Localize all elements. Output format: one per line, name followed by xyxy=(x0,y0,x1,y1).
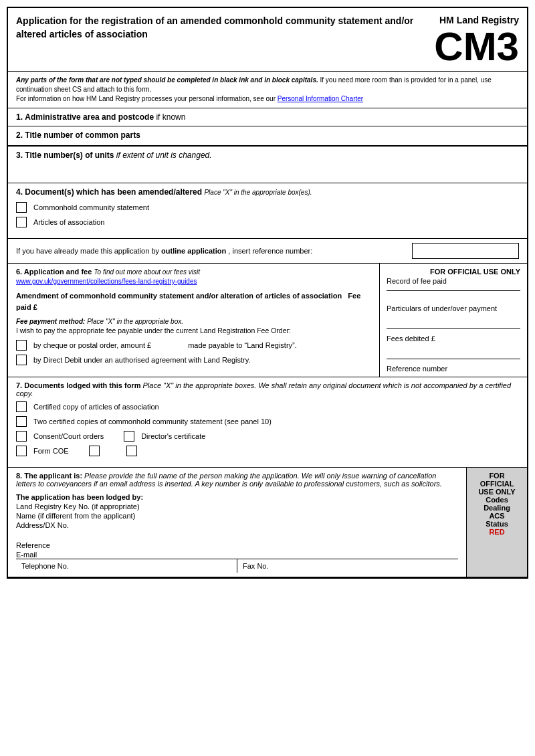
sec6-divider-3 xyxy=(387,359,520,359)
sec6-label: Application and fee xyxy=(24,268,92,276)
sec7-row-4: Form COE xyxy=(16,446,519,460)
header-right: HM Land Registry CM3 xyxy=(434,15,519,67)
sec8-field-2-label: Name (if different from the applicant) xyxy=(16,512,135,520)
sec1-suffix: if known xyxy=(154,112,185,122)
sec7-option-4: Director's certificate xyxy=(141,432,205,440)
sec4-checkbox-2[interactable] xyxy=(16,217,27,227)
sec7-checkbox-7[interactable] xyxy=(126,446,137,456)
sec4-num: 4. xyxy=(16,187,23,197)
sec8-title-bold: 8. xyxy=(16,472,22,480)
sec4-label: Document(s) which has been amended/alter… xyxy=(25,187,202,197)
form-header: Application for the registration of an a… xyxy=(8,8,527,72)
sec8-bottom-row: Telephone No. Fax No. xyxy=(16,559,458,573)
sec7-option-3-row: Consent/Court orders xyxy=(16,431,104,442)
instruction-bold: Any parts of the form that are not typed… xyxy=(16,76,318,84)
sec6-fee-desc: I wish to pay the appropriate fee payabl… xyxy=(16,326,371,335)
sec8-field-2: Name (if different from the applicant) xyxy=(16,512,458,520)
sec4-option-1-row: Commonhold community statement xyxy=(16,202,519,213)
sec4-checkbox-1[interactable] xyxy=(16,202,27,213)
sec6-official-header: FOR OFFICIAL USE ONLY xyxy=(387,268,520,276)
sec8-field-6-label: E-mail xyxy=(16,551,37,559)
form-page: Application for the registration of an a… xyxy=(7,7,528,579)
section-3: 3. Title number(s) of units if extent of… xyxy=(8,147,527,183)
form-title-block: Application for the registration of an a… xyxy=(16,15,434,41)
sec8-field-1: Land Registry Key No. (if appropriate) xyxy=(16,502,458,510)
sec7-checkbox-2[interactable] xyxy=(16,416,27,427)
sec2-num: 2. xyxy=(16,130,23,140)
sec7-option-7-row xyxy=(126,446,144,456)
sec8-left: 8. The applicant is: Please provide the … xyxy=(8,468,467,577)
sec6-fee-link[interactable]: www.gov.uk/government/collections/fees-l… xyxy=(16,278,197,285)
sec8-title: 8. The applicant is: Please provide the … xyxy=(16,472,458,488)
sec6-fee-method-instruction: Place "X" in the appropriate box. xyxy=(87,318,183,325)
sec6-dd-checkbox[interactable] xyxy=(16,355,27,365)
form-instructions: Any parts of the form that are not typed… xyxy=(8,72,527,108)
sec8-official-box: FOR OFFICIAL USE ONLY Codes Dealing ACS … xyxy=(467,468,527,577)
sec6-official-header-text: FOR OFFICIAL USE ONLY xyxy=(430,268,520,276)
sec6-cheque-label: by cheque or postal order, amount £ made… xyxy=(33,341,297,349)
sec8-field-6: E-mail xyxy=(16,551,458,559)
sec7-checkbox-6[interactable] xyxy=(89,446,100,456)
sec8-field-5: Reference xyxy=(16,541,458,549)
sec7-option-1-row: Certified copy of articles of associatio… xyxy=(16,401,519,412)
sec8-official: OFFICIAL xyxy=(472,480,522,488)
instruction-link-prefix: For information on how HM Land Registry … xyxy=(16,95,278,102)
sec7-option-6-row xyxy=(89,446,106,456)
sec6-fee-text: Amendment of commonhold community statem… xyxy=(16,290,371,312)
sec6-divider-2 xyxy=(387,328,520,329)
sec7-option-5-row: Form COE xyxy=(16,446,69,456)
sec6-title: 6. Application and fee To find out more … xyxy=(16,268,371,276)
sec4-option-2: Articles of association xyxy=(33,218,104,226)
sec7-option-1: Certified copy of articles of associatio… xyxy=(33,403,159,411)
sec6-cheque-label-text: by cheque or postal order, amount £ xyxy=(33,341,151,349)
sec7-label: Documents lodged with this form xyxy=(24,381,140,389)
section-6: 6. Application and fee To find out more … xyxy=(8,264,527,377)
sec7-option-4-row: Director's certificate xyxy=(124,431,205,442)
sec5-reference-input[interactable] xyxy=(412,243,519,259)
sec3-suffix: if extent of unit is changed. xyxy=(114,151,211,160)
sec8-field-5-label: Reference xyxy=(16,541,50,549)
sec8-dealing: Dealing xyxy=(472,504,522,512)
sec7-checkbox-3[interactable] xyxy=(16,431,27,442)
sec4-instruction: Place "X" in the appropriate box(es). xyxy=(204,189,312,196)
sec7-checkbox-4[interactable] xyxy=(124,431,134,442)
sec6-cheque-checkbox[interactable] xyxy=(16,340,27,351)
sec4-option-2-row: Articles of association xyxy=(16,217,519,227)
sec7-checkbox-1[interactable] xyxy=(16,401,27,412)
form-code-logo: CM3 xyxy=(434,27,519,67)
sec6-dd-row: by Direct Debit under an authorised agre… xyxy=(16,355,371,365)
sec8-lodged-by: The application has been lodged by: xyxy=(16,493,458,501)
sec6-particulars: Particulars of under/over payment xyxy=(387,304,520,312)
sec8-status: Status xyxy=(472,520,522,528)
sec6-dd-label: by Direct Debit under an authorised agre… xyxy=(33,356,250,364)
sec7-title: 7. Documents lodged with this form Place… xyxy=(16,381,519,397)
sec6-record-fee: Record of fee paid xyxy=(387,277,520,285)
sec8-codes: Codes xyxy=(472,496,522,504)
sec6-cheque-row: by cheque or postal order, amount £ made… xyxy=(16,340,371,351)
sec8-telephone: Telephone No. xyxy=(16,559,237,573)
sec6-fee-method: Fee payment method: Place "X" in the app… xyxy=(16,318,371,325)
sec8-field-1-label: Land Registry Key No. (if appropriate) xyxy=(16,502,140,510)
sec6-reference-number: Reference number xyxy=(387,365,520,373)
sec6-cheque-suffix: made payable to “Land Registry”. xyxy=(188,341,297,349)
sec4-title: 4. Document(s) which has been amended/al… xyxy=(16,187,519,197)
sec5-text: If you have already made this applicatio… xyxy=(16,247,404,255)
personal-info-link[interactable]: Personal Information Charter xyxy=(278,95,363,102)
form-title: Application for the registration of an a… xyxy=(16,15,421,41)
section-1: 1. Administrative area and postcode if k… xyxy=(8,108,527,126)
sec7-option-2-row: Two certified copies of commonhold commu… xyxy=(16,416,519,427)
section-8: 8. The applicant is: Please provide the … xyxy=(8,468,527,577)
sec1-num: 1. xyxy=(16,112,23,122)
sec8-field-3: Address/DX No. xyxy=(16,521,458,529)
sec8-acs: ACS xyxy=(472,512,522,520)
sec6-num: 6. xyxy=(16,268,22,276)
sec8-field-4 xyxy=(16,531,458,540)
sec7-checkbox-5[interactable] xyxy=(16,446,27,456)
sec3-num: 3. xyxy=(16,151,23,160)
section-7: 7. Documents lodged with this form Place… xyxy=(8,377,527,468)
sec7-option-2: Two certified copies of commonhold commu… xyxy=(33,417,272,426)
sec6-right: FOR OFFICIAL USE ONLY Record of fee paid… xyxy=(380,264,527,377)
sec8-use-only: USE ONLY xyxy=(472,488,522,496)
sec7-option-3: Consent/Court orders xyxy=(33,432,104,440)
sec3-label: Title number(s) of units xyxy=(25,151,114,160)
